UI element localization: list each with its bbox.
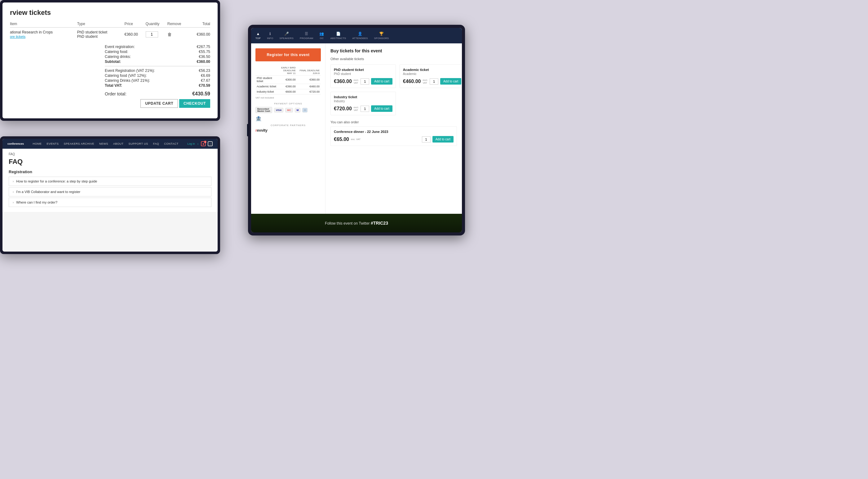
item-price: €360.00 xyxy=(125,28,146,41)
revvity-logo: revvity xyxy=(255,128,321,133)
phd-ticket-name: PhD student ticket xyxy=(334,68,393,71)
nav-program[interactable]: ☰ PROGRAM xyxy=(297,30,316,41)
nav-events[interactable]: EVENTS xyxy=(47,142,59,145)
nav-info[interactable]: ℹ INFO xyxy=(264,30,276,41)
chevron-icon: › xyxy=(13,201,13,204)
nav-oc-label: OC xyxy=(320,37,324,40)
vat-drinks-row: Catering Drinks (VAT 21%): €7.67 xyxy=(105,78,210,83)
col-item: Item xyxy=(10,21,77,28)
academic-add-to-cart-button[interactable]: Add to cart xyxy=(440,78,461,85)
footer-hashtag: #TRIC23 xyxy=(371,221,388,226)
industry-ticket-name: Industry ticket xyxy=(334,95,393,99)
also-order-label: You can also order xyxy=(331,120,457,124)
cart-buttons: UPDATE CART CHECKOUT xyxy=(105,99,210,108)
bank-icon: 🏦 xyxy=(255,116,321,122)
more-tickets-link[interactable]: ore tickets xyxy=(10,35,25,38)
checkout-button[interactable]: CHECKOUT xyxy=(179,99,210,108)
nav-attendees-label: ATTENDEES xyxy=(352,37,368,40)
total-vat-row: Total VAT: €70.59 xyxy=(105,83,210,88)
col-total: Total xyxy=(189,21,210,28)
table-row: ational Research in Crops ore tickets Ph… xyxy=(10,28,210,41)
faq-item-2[interactable]: › I'm a VIB Collaborator and want to reg… xyxy=(9,187,211,196)
subtotal-row: Subtotal: €360.00 xyxy=(105,59,210,64)
faq-heading: FAQ xyxy=(9,158,211,166)
qty-input[interactable] xyxy=(146,31,158,37)
pricing-early: €390.00 xyxy=(279,84,297,89)
nav-oc[interactable]: 👥 OC xyxy=(316,30,327,41)
payment-title: PAYMENT OPTIONS xyxy=(255,102,321,105)
faq-screen: conferences HOME EVENTS SPEAKERS ARCHIVE… xyxy=(2,139,218,252)
nav-icons: ◈ 1 ◎ xyxy=(201,141,213,146)
nav-abstracts[interactable]: 📄 ABSTRACTS xyxy=(328,30,349,41)
faq-item-1[interactable]: › How to register for a conference: a st… xyxy=(9,177,211,186)
bancontact-icon: BancontactMaster Cash xyxy=(255,107,272,113)
phd-excl: excl. VAT xyxy=(354,79,359,84)
order-total-row: Order total: €430.59 xyxy=(105,91,210,97)
nav-home[interactable]: HOME xyxy=(33,142,42,145)
pricing-row-academic: Academic ticket €390.00 €460.00 xyxy=(255,84,321,89)
faq-navbar: conferences HOME EVENTS SPEAKERS ARCHIVE… xyxy=(2,139,218,149)
visa-icon: VISA xyxy=(274,108,284,113)
dinner-excl: exc. VAT xyxy=(351,138,420,141)
faq-item-label: How to register for a conference: a step… xyxy=(16,180,97,183)
nav-attendees[interactable]: 👤 ATTENDEES xyxy=(349,30,371,41)
nav-program-label: PROGRAM xyxy=(300,37,313,40)
phd-add-to-cart-button[interactable]: Add to cart xyxy=(371,78,392,85)
nav-speakers[interactable]: SPEAKERS ARCHIVE xyxy=(64,142,95,145)
conference-tablet: ▲ TOP ℹ INFO 🎤 SPEAKERS ☰ PROGRAM 👥 OC 📄 xyxy=(248,25,465,235)
dinner-qty-input[interactable] xyxy=(422,136,431,142)
ticket-grid: PhD student ticket PhD student €360.00 e… xyxy=(331,64,457,115)
nav-top[interactable]: ▲ TOP xyxy=(252,30,264,41)
industry-price: €720.00 xyxy=(334,106,352,111)
nav-faq[interactable]: FAQ xyxy=(153,142,159,145)
pricing-early: €600.00 xyxy=(279,89,297,95)
pricing-row-industry: Industry ticket €600.00 €720.00 xyxy=(255,89,321,95)
summary-block: Event registration: €267.75 Catering foo… xyxy=(105,44,210,108)
payment-icons: BancontactMaster Cash VISA MC M □ xyxy=(255,107,321,113)
industry-add-to-cart-button[interactable]: Add to cart xyxy=(371,105,392,112)
nav-speakers-label: SPEAKERS xyxy=(280,37,294,40)
attendees-icon: 👤 xyxy=(358,32,362,36)
other-tickets-label: Other available tickets xyxy=(331,57,457,61)
dinner-add-to-cart-button[interactable]: Add to cart xyxy=(432,136,454,142)
nav-abstracts-label: ABSTRACTS xyxy=(331,37,346,40)
nav-support[interactable]: SUPPORT US xyxy=(129,142,148,145)
col-type: Type xyxy=(77,21,125,28)
dinner-price: €65.00 xyxy=(334,137,349,142)
pricing-name: Industry ticket xyxy=(255,89,279,95)
register-button[interactable]: Register for this event xyxy=(255,48,321,61)
faq-item-3[interactable]: › Where can I find my order? xyxy=(9,198,211,207)
faq-item-label: I'm a VIB Collaborator and want to regis… xyxy=(16,190,80,194)
col-qty: Quantity xyxy=(146,21,167,28)
nav-sponsors-label: SPONSORS xyxy=(374,37,389,40)
pricing-early: €300.00 xyxy=(279,75,297,84)
oc-icon: 👥 xyxy=(319,32,324,36)
faq-tablet: conferences HOME EVENTS SPEAKERS ARCHIVE… xyxy=(0,136,220,254)
speakers-icon: 🎤 xyxy=(284,32,289,36)
faq-body: FAQ FAQ Registration › How to register f… xyxy=(2,149,218,212)
phd-qty-input[interactable] xyxy=(361,78,369,85)
industry-price-row: €720.00 excl. VAT Add to cart xyxy=(334,105,393,112)
pricing-col-empty xyxy=(255,66,279,75)
login-link[interactable]: Log in xyxy=(187,142,195,145)
academic-qty-input[interactable] xyxy=(430,78,438,85)
update-cart-button[interactable]: UPDATE CART xyxy=(141,99,178,108)
nav-news[interactable]: NEWS xyxy=(99,142,108,145)
faq-nav-links: HOME EVENTS SPEAKERS ARCHIVE NEWS ABOUT … xyxy=(33,142,179,145)
pricing-col-early: EARLY BIRDDEADLINEMAY 11 xyxy=(279,66,297,75)
nav-speakers[interactable]: 🎤 SPEAKERS xyxy=(277,30,297,41)
academic-ticket-name: Academic ticket xyxy=(403,68,462,71)
cart-icon[interactable]: ◈ 1 xyxy=(201,141,206,146)
industry-qty-input[interactable] xyxy=(361,106,369,112)
right-panel: Buy tickets for this event Other availab… xyxy=(326,43,462,214)
conference-main: Register for this event EARLY BIRDDEADLI… xyxy=(251,43,462,214)
nav-contact[interactable]: CONTACT xyxy=(164,142,178,145)
nav-about[interactable]: ABOUT xyxy=(113,142,124,145)
pricing-row-phd: PhD studentticket €300.00 €360.00 xyxy=(255,75,321,84)
footer-text: Follow this event on Twitter #TRIC23 xyxy=(325,221,388,226)
search-icon[interactable]: ◎ xyxy=(208,141,213,146)
academic-ticket-card: Academic ticket Academic €460.00 excl. V… xyxy=(400,64,462,88)
nav-sponsors[interactable]: 🏆 SPONSORS xyxy=(371,30,392,41)
pricing-final: €460.00 xyxy=(297,84,321,89)
remove-icon[interactable]: 🗑 xyxy=(167,32,172,37)
